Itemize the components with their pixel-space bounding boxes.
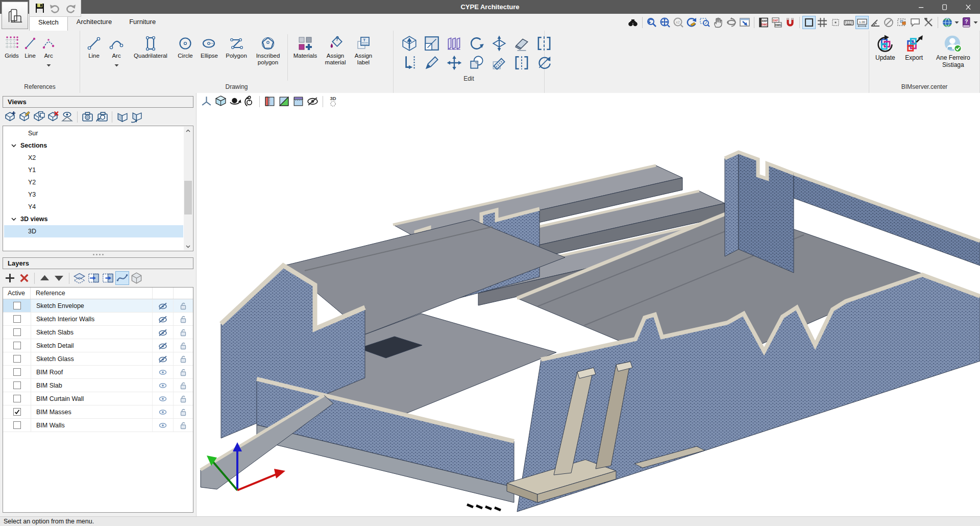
eye-icon[interactable] <box>158 421 168 430</box>
curve-icon[interactable] <box>116 272 129 284</box>
eye-off-icon[interactable] <box>158 341 168 350</box>
panel-right-icon[interactable] <box>102 272 114 284</box>
layer-active-checkbox[interactable] <box>13 342 21 349</box>
panel-splitter[interactable] <box>3 251 193 257</box>
close-button[interactable] <box>957 0 980 14</box>
help-icon[interactable]: ? <box>960 16 972 29</box>
fit-window-icon[interactable] <box>739 16 751 29</box>
layer-row-bim-walls[interactable]: BIM Walls <box>3 419 193 432</box>
inscribed-polygon-button[interactable]: Inscribed polygon <box>252 33 284 66</box>
globe-icon[interactable] <box>941 16 953 29</box>
quadrilateral-button[interactable]: Quadrilateral <box>128 33 173 59</box>
grids-button[interactable]: Grids <box>3 33 20 59</box>
eye-icon[interactable] <box>158 394 168 403</box>
layer-row-sketch-slabs[interactable]: Sketch Slabs <box>3 326 193 339</box>
tree-item-y2[interactable]: Y2 <box>4 176 183 188</box>
export-button[interactable]: Export <box>901 33 927 61</box>
views-scrollbar[interactable] <box>184 127 192 250</box>
eye-icon[interactable] <box>158 408 168 417</box>
edit-view-icon[interactable] <box>18 110 31 123</box>
dxf-template-icon[interactable]: DXFDWG <box>757 16 770 29</box>
assign-material-button[interactable]: Assign material <box>321 33 350 66</box>
solid-icon[interactable] <box>130 272 143 284</box>
add-icon[interactable] <box>4 272 16 284</box>
lock-open-icon[interactable] <box>178 328 188 337</box>
find-icon[interactable] <box>627 16 639 29</box>
redo-button[interactable] <box>64 2 77 14</box>
zoom-window-icon[interactable] <box>699 16 711 29</box>
tree-item-sections[interactable]: Sections <box>4 139 183 152</box>
tab-furniture[interactable]: Furniture <box>120 14 164 31</box>
pan-icon[interactable] <box>712 16 724 29</box>
eye-icon[interactable] <box>158 368 168 377</box>
minimize-button[interactable] <box>910 0 933 14</box>
lock-open-icon[interactable] <box>178 354 188 364</box>
tree-item-y3[interactable]: Y3 <box>4 188 183 201</box>
layer-active-checkbox[interactable] <box>13 355 21 363</box>
delete-view-icon[interactable] <box>46 110 59 123</box>
extrude-button[interactable] <box>401 35 418 52</box>
layer-row-bim-slab[interactable]: BIM Slab <box>3 379 193 392</box>
tree-item-3d[interactable]: 3D <box>4 225 183 237</box>
render-cube-icon[interactable] <box>214 95 227 108</box>
panel-left-icon[interactable] <box>87 272 100 284</box>
eye-off-icon[interactable] <box>158 328 168 337</box>
scroll-thumb[interactable] <box>184 181 192 214</box>
eye-off-icon[interactable] <box>158 301 168 310</box>
rotate-copy-button[interactable] <box>468 35 485 52</box>
scroll-down-icon[interactable] <box>184 243 192 250</box>
arc-dropdown-icon[interactable] <box>114 61 119 67</box>
layer-row-bim-masses[interactable]: BIM Masses <box>3 405 193 419</box>
up-icon[interactable] <box>38 272 51 284</box>
scroll-up-icon[interactable] <box>184 127 192 134</box>
lock-open-icon[interactable] <box>178 394 188 403</box>
delete-icon[interactable] <box>18 272 31 284</box>
comment-icon[interactable] <box>909 16 921 29</box>
layer-active-checkbox[interactable] <box>13 328 21 336</box>
layer-active-checkbox[interactable] <box>13 315 21 323</box>
tree-item-sur[interactable]: Sur <box>4 127 183 139</box>
stretch-button[interactable] <box>491 35 508 52</box>
layer-active-checkbox[interactable] <box>13 395 21 402</box>
app-logo-icon[interactable] <box>2 2 28 29</box>
visibility-icon[interactable] <box>61 110 74 123</box>
layer-row-sketch-interior-walls[interactable]: Sketch Interior Walls <box>3 313 193 326</box>
symmetry-copy-button[interactable] <box>513 54 530 71</box>
angle-icon[interactable] <box>869 16 881 29</box>
lock-open-icon[interactable] <box>178 381 188 390</box>
ortho-icon[interactable] <box>803 16 815 29</box>
snapshot-icon[interactable] <box>81 110 94 123</box>
materials-button[interactable]: Materials <box>291 33 320 59</box>
line-button[interactable]: Line <box>83 33 105 59</box>
copy-array-button[interactable] <box>446 35 463 52</box>
zoom-extents-icon[interactable] <box>659 16 671 29</box>
move-button[interactable] <box>446 54 463 71</box>
lock-open-icon[interactable] <box>178 301 188 310</box>
layer-row-bim-curtain-wall[interactable]: BIM Curtain Wall <box>3 392 193 405</box>
undo-button[interactable] <box>49 2 61 14</box>
layer-row-sketch-glass[interactable]: Sketch Glass <box>3 352 193 366</box>
dxf-import-icon[interactable]: DXFDWG <box>771 16 783 29</box>
measure-button[interactable] <box>491 54 508 71</box>
dimension-icon[interactable]: 1.00 <box>856 16 868 29</box>
erase-button[interactable] <box>513 35 530 52</box>
orbit-h-icon[interactable] <box>229 95 241 108</box>
building-model[interactable] <box>197 93 980 517</box>
orbit-icon[interactable] <box>725 16 738 29</box>
assign-label-button[interactable]: T Assign label <box>351 33 376 66</box>
layer-active-checkbox[interactable] <box>13 302 21 309</box>
layer-row-bim-roof[interactable]: BIM Roof <box>3 366 193 379</box>
hide-icon[interactable] <box>306 95 319 108</box>
config-icon[interactable] <box>922 16 935 29</box>
layer-row-sketch-detail[interactable]: Sketch Detail <box>3 339 193 352</box>
modify-button[interactable] <box>423 54 440 71</box>
new-view-icon[interactable] <box>4 110 16 123</box>
layer-active-checkbox[interactable] <box>13 381 21 389</box>
down-icon[interactable] <box>53 272 65 284</box>
redraw-icon[interactable] <box>685 16 698 29</box>
help-dropdown-icon[interactable] <box>973 16 978 29</box>
duplicate-view-icon[interactable] <box>32 110 45 123</box>
orbit-v-icon[interactable] <box>243 95 256 108</box>
keyboard-icon[interactable] <box>843 16 855 29</box>
layer-visibility-icon[interactable] <box>73 272 86 284</box>
